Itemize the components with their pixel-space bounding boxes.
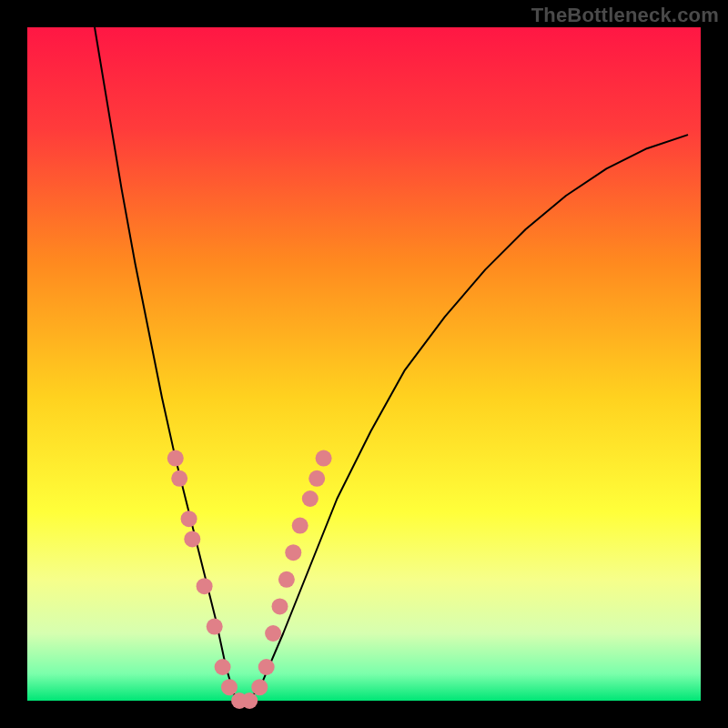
marker-point: [302, 490, 318, 507]
plot-background: [27, 27, 701, 701]
marker-point: [207, 619, 223, 635]
marker-point: [221, 679, 238, 695]
marker-point: [308, 470, 325, 487]
marker-point: [278, 571, 295, 588]
chart-stage: TheBottleneck.com: [0, 0, 728, 728]
marker-point: [251, 679, 268, 695]
marker-point: [258, 659, 275, 675]
marker-point: [171, 470, 187, 487]
marker-point: [272, 598, 288, 614]
marker-point: [316, 450, 332, 467]
marker-point: [167, 450, 184, 467]
marker-point: [184, 531, 200, 547]
marker-point: [285, 544, 301, 561]
marker-point: [265, 625, 281, 642]
marker-point: [292, 518, 308, 534]
chart-svg: [0, 0, 728, 728]
marker-point: [215, 659, 231, 675]
marker-point: [197, 578, 213, 594]
watermark-text: TheBottleneck.com: [531, 4, 719, 27]
marker-point: [241, 693, 258, 709]
marker-point: [181, 511, 197, 527]
